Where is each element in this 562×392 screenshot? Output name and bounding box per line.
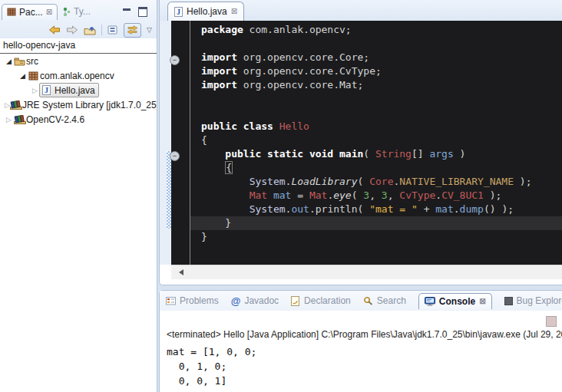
- package-explorer-header: Pac... ⊠ Ty...: [0, 0, 157, 39]
- code-line[interactable]: [190, 92, 562, 106]
- tree-item-label: com.anlak.opencv: [40, 71, 114, 81]
- horizontal-scrollbar[interactable]: [171, 265, 562, 279]
- problems-icon: [166, 296, 176, 305]
- tab-label: Ty...: [74, 6, 91, 17]
- minimize-icon[interactable]: [123, 8, 131, 11]
- expanded-arrow-icon[interactable]: ◢: [18, 72, 27, 80]
- view-menu-icon[interactable]: ▽: [147, 26, 152, 34]
- tree-item-src[interactable]: ◢ src: [0, 54, 157, 68]
- java-file-icon: J: [41, 85, 51, 95]
- collapse-all-icon[interactable]: [107, 25, 118, 35]
- tab-javadoc[interactable]: @ Javadoc: [231, 295, 279, 307]
- fold-collapse-icon[interactable]: −: [170, 55, 180, 65]
- package-explorer-icon: [7, 8, 16, 16]
- left-panel-tab-row: Pac... ⊠ Ty...: [2, 2, 155, 21]
- terminate-button[interactable]: [546, 316, 557, 327]
- folder-icon: [13, 57, 26, 66]
- tree-item-label: OpenCV-2.4.6: [26, 114, 84, 125]
- tab-type-hierarchy[interactable]: Ty...: [58, 4, 95, 19]
- code-line[interactable]: [190, 106, 562, 120]
- view-window-buttons: [123, 7, 155, 17]
- tab-declaration[interactable]: Declaration: [291, 295, 351, 306]
- code-line[interactable]: [190, 37, 562, 51]
- code-line[interactable]: {: [190, 133, 562, 147]
- code-area[interactable]: package com.anlak.opencv; import org.ope…: [190, 21, 562, 267]
- tab-label: Pac...: [19, 7, 43, 18]
- tab-label: Declaration: [304, 295, 351, 306]
- scroll-left-arrow-icon[interactable]: [179, 269, 183, 275]
- code-line[interactable]: System.out.println( "mat = " + mat.dump(…: [190, 203, 562, 216]
- search-icon: [363, 296, 373, 305]
- package-explorer-toolbar: ▽: [0, 21, 152, 38]
- bug-square-icon: [504, 297, 513, 305]
- editor-tab-row: J Hello.java ⊠: [160, 0, 562, 21]
- tree-item-label: src: [26, 56, 38, 67]
- tree-item-package[interactable]: ◢ com.anlak.opencv: [0, 68, 157, 83]
- tree-item-jre-library[interactable]: ▷ JRE System Library [jdk1.7.0_25]: [0, 97, 157, 112]
- tree-root-project[interactable]: hello-opencv-java: [0, 38, 157, 54]
- console-output-line: 0, 1, 0;: [167, 359, 562, 374]
- fold-collapse-icon[interactable]: −: [170, 151, 180, 161]
- console-output-line: mat = [1, 0, 0;: [167, 344, 562, 359]
- console-status-line: <terminated> Hello [Java Application] C:…: [167, 329, 562, 340]
- package-explorer-panel: Pac... ⊠ Ty...: [0, 0, 157, 392]
- java-file-icon: J: [174, 7, 183, 17]
- code-line[interactable]: Mat mat = Mat.eye( 3, 3, CvType.CV_8UC1 …: [190, 189, 562, 203]
- tab-search[interactable]: Search: [363, 295, 406, 306]
- tab-label: Problems: [180, 295, 219, 306]
- tree-item-label: Hello.java: [55, 85, 95, 96]
- close-icon[interactable]: ⊠: [479, 298, 485, 305]
- tab-label: Javadoc: [244, 295, 279, 306]
- library-icon: [13, 115, 26, 124]
- tab-label: Search: [377, 295, 406, 306]
- tab-console[interactable]: Console ⊠: [418, 293, 492, 309]
- tab-label: Console: [439, 296, 475, 307]
- declaration-icon: [291, 296, 300, 306]
- code-line[interactable]: }: [190, 230, 562, 244]
- code-line[interactable]: import org.opencv.core.Core;: [190, 51, 562, 64]
- editor-tab-hello-java[interactable]: J Hello.java ⊠: [167, 2, 244, 21]
- tab-label: Bug Explorer: [517, 295, 562, 306]
- console-panel: Problems @ Javadoc Declaration Search Co…: [159, 290, 562, 392]
- tab-package-explorer[interactable]: Pac... ⊠: [2, 4, 58, 20]
- editor-tab-label: Hello.java: [187, 6, 227, 17]
- collapsed-arrow-icon[interactable]: ▷: [5, 101, 10, 109]
- forward-arrow-icon[interactable]: [66, 25, 78, 35]
- package-icon: [27, 71, 40, 81]
- collapsed-arrow-icon[interactable]: ▷: [5, 116, 13, 124]
- tree-item-hello-java[interactable]: ▷ J Hello.java: [0, 83, 157, 97]
- code-line[interactable]: }: [190, 216, 562, 230]
- selected-row-highlight[interactable]: J Hello.java: [39, 83, 99, 97]
- code-line[interactable]: public class Hello: [190, 120, 562, 133]
- toolbar-separator: [101, 25, 102, 35]
- editor-group: J Hello.java ⊠ − − package com.anlak.ope…: [159, 0, 562, 285]
- code-line[interactable]: import org.opencv.core.CvType;: [190, 64, 562, 78]
- console-output[interactable]: mat = [1, 0, 0; 0, 1, 0; 0, 0, 1]: [167, 344, 562, 392]
- code-line[interactable]: package com.anlak.opencv;: [190, 23, 562, 37]
- project-tree: hello-opencv-java ◢ src ◢ com.anlak.open…: [0, 38, 157, 392]
- back-arrow-icon[interactable]: [48, 25, 61, 35]
- link-with-editor-icon[interactable]: [124, 23, 141, 38]
- code-line[interactable]: {: [190, 161, 562, 175]
- svg-text:J: J: [45, 86, 48, 94]
- code-line[interactable]: import org.opencv.core.Mat;: [190, 78, 562, 92]
- tab-problems[interactable]: Problems: [166, 295, 219, 306]
- up-folder-icon[interactable]: [84, 25, 96, 35]
- console-output-line: 0, 0, 1]: [167, 374, 562, 388]
- close-icon[interactable]: ⊠: [46, 8, 52, 16]
- editor-body: − − package com.anlak.opencv; import org…: [160, 21, 562, 265]
- library-icon: [10, 100, 22, 110]
- tree-item-label: JRE System Library [jdk1.7.0_25]: [22, 100, 157, 110]
- svg-text:J: J: [177, 8, 180, 16]
- tree-item-opencv-library[interactable]: ▷ OpenCV-2.4.6: [0, 112, 157, 127]
- code-line[interactable]: public static void main( String[] args ): [190, 147, 562, 161]
- console-tab-row: Problems @ Javadoc Declaration Search Co…: [160, 291, 562, 311]
- javadoc-icon: @: [231, 295, 241, 307]
- maximize-icon[interactable]: [138, 7, 147, 17]
- collapsed-arrow-icon[interactable]: ▷: [31, 87, 39, 94]
- expanded-arrow-icon[interactable]: ◢: [5, 58, 13, 65]
- tab-bug-explorer[interactable]: Bug Explorer: [504, 295, 562, 306]
- close-icon[interactable]: ⊠: [231, 8, 237, 15]
- code-line[interactable]: System.LoadLibrary( Core.NATIVE_LIBRARY_…: [190, 175, 562, 189]
- console-icon: [425, 297, 435, 306]
